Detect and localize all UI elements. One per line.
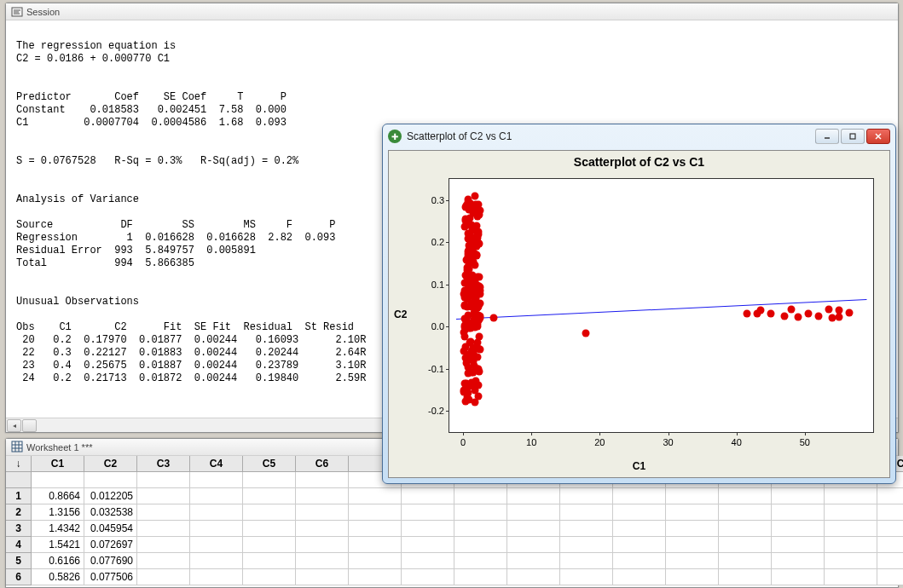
- cell[interactable]: [666, 537, 719, 553]
- cell[interactable]: [6, 472, 32, 488]
- cell[interactable]: [825, 537, 877, 553]
- column-header[interactable]: C5: [243, 456, 296, 472]
- cell[interactable]: [190, 569, 243, 585]
- cell[interactable]: [507, 569, 560, 585]
- cell[interactable]: [507, 504, 560, 521]
- minimize-button[interactable]: [815, 129, 839, 144]
- cell[interactable]: [772, 537, 825, 553]
- cell[interactable]: 0.012205: [84, 488, 137, 504]
- cell[interactable]: 1.5421: [32, 537, 84, 553]
- cell[interactable]: [190, 504, 243, 521]
- row-header[interactable]: 1: [6, 488, 32, 504]
- cell[interactable]: [613, 488, 666, 504]
- cell[interactable]: [719, 521, 772, 537]
- cell[interactable]: [190, 472, 243, 488]
- cell[interactable]: [296, 472, 349, 488]
- cell[interactable]: 0.045954: [84, 521, 137, 537]
- cell[interactable]: 0.072697: [84, 537, 137, 553]
- cell[interactable]: [243, 521, 296, 537]
- cell[interactable]: [719, 569, 772, 585]
- cell[interactable]: [613, 553, 666, 569]
- cell[interactable]: [772, 553, 825, 569]
- chart-window[interactable]: ✚ Scatterplot of C2 vs C1 Scatterplot of…: [382, 124, 896, 484]
- cell[interactable]: [666, 569, 719, 585]
- cell[interactable]: [243, 488, 296, 504]
- cell[interactable]: [296, 569, 349, 585]
- cell[interactable]: [243, 537, 296, 553]
- cell[interactable]: 1.4342: [32, 521, 84, 537]
- cell[interactable]: [296, 504, 349, 521]
- column-header[interactable]: C6: [296, 456, 349, 472]
- cell[interactable]: [666, 553, 719, 569]
- column-header[interactable]: C2: [84, 456, 137, 472]
- cell[interactable]: [454, 553, 507, 569]
- row-header[interactable]: 5: [6, 553, 32, 569]
- cell[interactable]: [454, 569, 507, 585]
- close-button[interactable]: [866, 129, 890, 144]
- cell[interactable]: [507, 553, 560, 569]
- cell[interactable]: [137, 472, 190, 488]
- cell[interactable]: [454, 488, 507, 504]
- cell[interactable]: [84, 472, 137, 488]
- cell[interactable]: [243, 553, 296, 569]
- scroll-thumb[interactable]: [22, 419, 37, 432]
- cell[interactable]: [137, 553, 190, 569]
- cell[interactable]: [402, 488, 454, 504]
- cell[interactable]: [137, 488, 190, 504]
- corner-cell[interactable]: ↓: [6, 456, 32, 472]
- cell[interactable]: [560, 521, 613, 537]
- cell[interactable]: [560, 504, 613, 521]
- cell[interactable]: [243, 569, 296, 585]
- cell[interactable]: [877, 521, 903, 537]
- cell[interactable]: [402, 521, 454, 537]
- chart-canvas[interactable]: Scatterplot of C2 vs C1 C2 C1 -0.2-0.10.…: [388, 150, 890, 478]
- cell[interactable]: [296, 553, 349, 569]
- chart-titlebar[interactable]: ✚ Scatterplot of C2 vs C1: [383, 124, 895, 148]
- cell[interactable]: [296, 521, 349, 537]
- cell[interactable]: [877, 488, 903, 504]
- cell[interactable]: [190, 488, 243, 504]
- cell[interactable]: [402, 537, 454, 553]
- cell[interactable]: [877, 537, 903, 553]
- row-header[interactable]: 2: [6, 504, 32, 521]
- cell[interactable]: 0.5826: [32, 569, 84, 585]
- cell[interactable]: [613, 569, 666, 585]
- row-header[interactable]: 4: [6, 537, 32, 553]
- cell[interactable]: [825, 488, 877, 504]
- cell[interactable]: [666, 521, 719, 537]
- cell[interactable]: [190, 521, 243, 537]
- cell[interactable]: [825, 569, 877, 585]
- cell[interactable]: [613, 504, 666, 521]
- cell[interactable]: [613, 537, 666, 553]
- cell[interactable]: [719, 537, 772, 553]
- cell[interactable]: [772, 521, 825, 537]
- cell[interactable]: [507, 521, 560, 537]
- cell[interactable]: [772, 504, 825, 521]
- cell[interactable]: [666, 488, 719, 504]
- cell[interactable]: [402, 569, 454, 585]
- cell[interactable]: [719, 488, 772, 504]
- cell[interactable]: [666, 504, 719, 521]
- cell[interactable]: [454, 537, 507, 553]
- cell[interactable]: [560, 537, 613, 553]
- maximize-button[interactable]: [841, 129, 865, 144]
- cell[interactable]: 0.032538: [84, 504, 137, 521]
- cell[interactable]: [190, 553, 243, 569]
- cell[interactable]: [877, 569, 903, 585]
- cell[interactable]: [402, 553, 454, 569]
- row-header[interactable]: 6: [6, 569, 32, 585]
- scroll-left-button[interactable]: ◂: [7, 419, 21, 432]
- cell[interactable]: [560, 488, 613, 504]
- cell[interactable]: [507, 488, 560, 504]
- cell[interactable]: [560, 569, 613, 585]
- cell[interactable]: [349, 569, 402, 585]
- column-header[interactable]: C3: [137, 456, 190, 472]
- cell[interactable]: [772, 488, 825, 504]
- cell[interactable]: [402, 504, 454, 521]
- cell[interactable]: [825, 553, 877, 569]
- cell[interactable]: [560, 553, 613, 569]
- row-header[interactable]: 3: [6, 521, 32, 537]
- cell[interactable]: [772, 569, 825, 585]
- cell[interactable]: [454, 521, 507, 537]
- cell[interactable]: [137, 521, 190, 537]
